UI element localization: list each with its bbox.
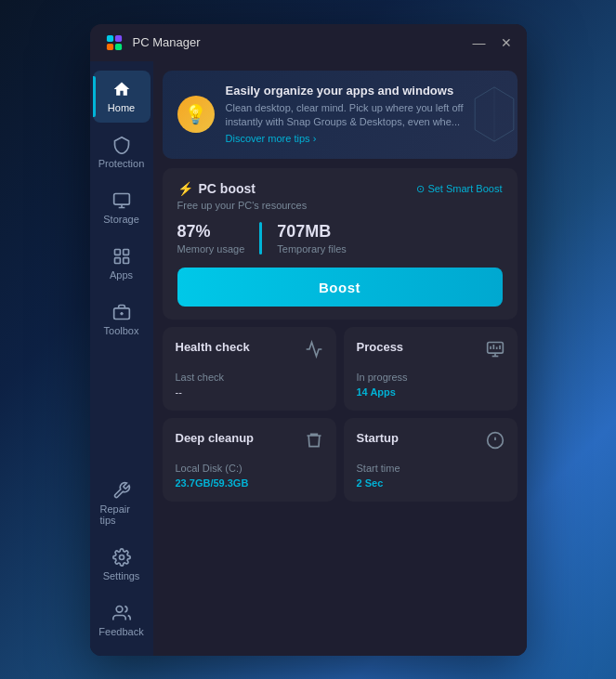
sidebar-item-toolbox[interactable]: Toolbox: [93, 294, 151, 346]
sidebar: Home Protection Storage Apps Toolbox R: [90, 61, 153, 656]
deep-cleanup-card[interactable]: Deep cleanup Local Disk (C:) 23.7GB/59.3…: [163, 418, 336, 502]
svg-rect-9: [114, 257, 120, 263]
sidebar-item-feedback[interactable]: Feedback: [93, 594, 151, 646]
banner-text: Easily organize your apps and windows Cl…: [226, 84, 503, 147]
sidebar-item-home-label: Home: [108, 102, 135, 113]
window-title: PC Manager: [133, 35, 473, 49]
cards-grid: Health check Last check -- Process: [163, 327, 518, 502]
sidebar-item-toolbox-label: Toolbox: [104, 325, 139, 336]
health-check-value: --: [176, 386, 323, 398]
deep-cleanup-title: Deep cleanup: [176, 431, 255, 445]
sidebar-item-repair-label: Repair tips: [100, 503, 143, 526]
svg-point-15: [116, 606, 123, 612]
startup-sub: Start time: [357, 463, 505, 474]
deep-cleanup-header: Deep cleanup: [176, 431, 323, 453]
banner[interactable]: 💡 Easily organize your apps and windows …: [163, 71, 518, 160]
memory-value: 87%: [177, 222, 245, 242]
boost-button[interactable]: Boost: [177, 268, 503, 307]
deep-cleanup-sub: Local Disk (C:): [176, 463, 323, 474]
window-controls: — ✕: [473, 36, 512, 49]
titlebar: PC Manager — ✕: [90, 24, 527, 61]
minimize-button[interactable]: —: [473, 36, 486, 49]
health-check-sub: Last check: [176, 372, 323, 383]
banner-decoration: [471, 71, 518, 160]
pc-boost-subtitle: Free up your PC's resources: [177, 200, 503, 211]
startup-card[interactable]: Startup Start time 2 Sec: [344, 418, 518, 502]
main-window: PC Manager — ✕ Home Protection Storage A…: [90, 24, 527, 656]
sidebar-item-protection[interactable]: Protection: [93, 126, 151, 178]
process-icon: [486, 340, 505, 362]
temp-files-value: 707MB: [277, 222, 347, 242]
banner-link[interactable]: Discover more tips ›: [226, 133, 317, 144]
pc-boost-section: ⚡ PC boost ⊙ Set Smart Boost Free up you…: [163, 168, 518, 320]
content-area: 💡 Easily organize your apps and windows …: [153, 61, 527, 656]
health-check-title: Health check: [176, 340, 250, 354]
memory-label: Memory usage: [177, 243, 245, 255]
banner-description: Clean desktop, clear mind. Pick up where…: [226, 101, 503, 130]
sidebar-item-settings-label: Settings: [103, 570, 140, 581]
sidebar-item-apps-label: Apps: [110, 269, 133, 281]
svg-rect-2: [106, 43, 112, 49]
sidebar-item-apps[interactable]: Apps: [93, 238, 151, 290]
pc-boost-header: ⚡ PC boost ⊙ Set Smart Boost: [177, 181, 503, 196]
deep-cleanup-value: 23.7GB/59.3GB: [176, 477, 323, 489]
close-button[interactable]: ✕: [501, 36, 512, 49]
startup-header: Startup: [357, 431, 505, 453]
svg-point-14: [119, 555, 124, 559]
svg-rect-10: [123, 257, 128, 263]
pc-boost-icon: ⚡: [177, 181, 193, 196]
svg-rect-1: [114, 34, 121, 41]
sidebar-item-home[interactable]: Home: [93, 71, 151, 123]
process-title: Process: [357, 340, 404, 354]
process-card[interactable]: Process: [344, 327, 518, 411]
startup-value: 2 Sec: [357, 477, 505, 489]
banner-icon: 💡: [177, 96, 215, 133]
startup-title: Startup: [357, 431, 400, 445]
smart-boost-label: ⊙ Set Smart Boost: [416, 183, 502, 195]
health-check-header: Health check: [176, 340, 323, 362]
process-sub: In progress: [357, 372, 505, 383]
temp-files-metric: 707MB Temporary files: [277, 222, 347, 255]
banner-title: Easily organize your apps and windows: [226, 84, 503, 98]
svg-rect-8: [123, 249, 128, 255]
svg-rect-0: [106, 34, 112, 41]
process-value: 14 Apps: [357, 386, 505, 398]
metrics: 87% Memory usage 707MB Temporary files: [177, 222, 503, 255]
pc-boost-label: PC boost: [199, 181, 256, 196]
health-check-card[interactable]: Health check Last check --: [163, 327, 336, 411]
smart-boost-link[interactable]: ⊙ Set Smart Boost: [416, 183, 502, 195]
sidebar-item-protection-label: Protection: [98, 158, 145, 169]
svg-rect-3: [114, 43, 121, 49]
sidebar-item-feedback-label: Feedback: [98, 626, 143, 637]
svg-rect-7: [114, 249, 120, 255]
app-icon: [105, 33, 124, 52]
sidebar-item-repair-tips[interactable]: Repair tips: [93, 472, 151, 535]
health-check-icon: [305, 340, 323, 362]
metric-divider: [259, 222, 262, 255]
temp-files-label: Temporary files: [277, 243, 347, 255]
memory-metric: 87% Memory usage: [177, 222, 245, 255]
sidebar-item-storage-label: Storage: [103, 214, 139, 225]
svg-rect-4: [113, 193, 129, 204]
deep-cleanup-icon: [305, 431, 323, 453]
startup-icon: [486, 431, 505, 453]
process-header: Process: [357, 340, 505, 362]
pc-boost-title: ⚡ PC boost: [177, 181, 256, 196]
main-content: Home Protection Storage Apps Toolbox R: [90, 61, 527, 656]
sidebar-item-storage[interactable]: Storage: [93, 182, 151, 234]
sidebar-item-settings[interactable]: Settings: [93, 539, 151, 591]
